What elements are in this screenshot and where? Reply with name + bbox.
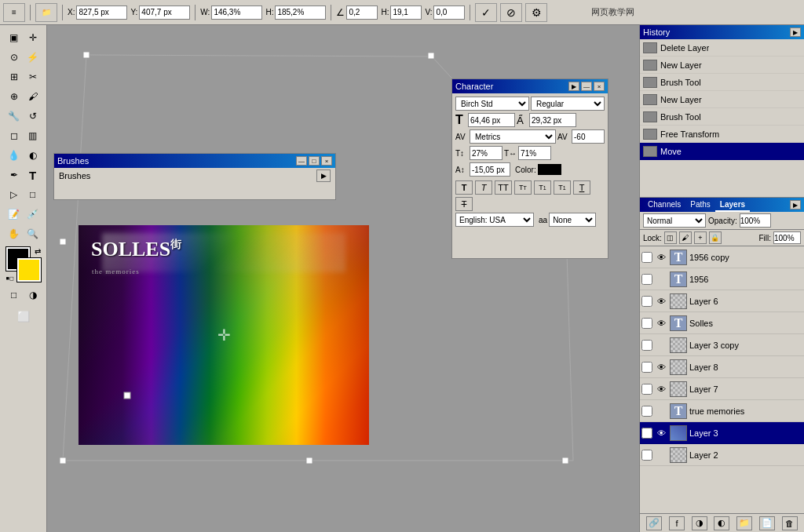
dodge-tool[interactable]: ◐ — [24, 146, 42, 165]
brushes-minimize-btn[interactable]: — — [296, 156, 307, 166]
character-minimize-btn[interactable]: — — [581, 82, 592, 91]
layers-options-btn[interactable]: ▶ — [790, 200, 801, 210]
eyedropper-tool[interactable]: 💉 — [24, 205, 42, 224]
layer-checkbox[interactable] — [641, 384, 652, 395]
link-layers-btn[interactable]: 🔗 — [646, 516, 662, 530]
layers-tab-channels[interactable]: Channels — [643, 199, 685, 212]
lock-transparent-btn[interactable]: ◫ — [664, 231, 677, 244]
shape-tool[interactable]: □ — [24, 185, 42, 204]
y-input[interactable] — [139, 5, 190, 20]
layer-checkbox[interactable] — [641, 318, 652, 329]
gradient-tool[interactable]: ▥ — [24, 126, 42, 145]
layer-item[interactable]: 👁Layer 8 — [640, 356, 804, 378]
history-item[interactable]: Move — [640, 143, 804, 160]
layer-visibility-icon[interactable]: 👁 — [655, 251, 667, 264]
vert-scale-input[interactable] — [470, 146, 502, 160]
magic-wand-tool[interactable]: ⚡ — [24, 48, 42, 67]
h2-input[interactable] — [390, 5, 422, 20]
path-selection-tool[interactable]: ▷ — [5, 185, 23, 204]
zoom-tool[interactable]: 🔍 — [24, 224, 42, 243]
layer-visibility-icon[interactable] — [655, 405, 667, 417]
anti-alias-select[interactable]: None — [549, 213, 596, 227]
layer-item[interactable]: Ttrue memories — [640, 400, 804, 422]
crop-tool[interactable]: ⊞ — [5, 67, 23, 86]
layers-tab-layers[interactable]: Layers — [715, 199, 750, 212]
strikethrough-style-btn[interactable]: T — [455, 197, 473, 211]
layer-item[interactable]: 👁Layer 6 — [640, 290, 804, 312]
brushes-close-btn[interactable]: × — [321, 156, 332, 166]
warp-btn[interactable]: ⚙ — [525, 3, 547, 22]
v-input[interactable] — [433, 5, 465, 20]
history-options-btn[interactable]: ▶ — [790, 27, 801, 37]
blend-mode-select[interactable]: Normal — [643, 213, 706, 228]
font-style-select[interactable]: Regular — [531, 97, 605, 111]
font-family-select[interactable]: Birch Std — [455, 97, 529, 111]
h-input[interactable] — [275, 5, 326, 20]
kerning-select[interactable]: Metrics — [470, 129, 556, 144]
layer-checkbox[interactable] — [641, 406, 652, 417]
rectangular-marquee-tool[interactable]: ▣ — [5, 28, 23, 47]
opacity-input[interactable] — [740, 213, 771, 228]
layer-checkbox[interactable] — [641, 296, 652, 307]
tracking-input[interactable] — [572, 129, 605, 144]
pen-tool[interactable]: ✒ — [5, 166, 23, 184]
hand-tool[interactable]: ✋ — [5, 224, 23, 243]
underline-style-btn[interactable]: T — [573, 180, 590, 195]
layer-item[interactable]: 👁T1956 copy — [640, 246, 804, 268]
layer-checkbox[interactable] — [641, 428, 652, 439]
superscript-style-btn[interactable]: T1 — [534, 180, 551, 195]
leading-input[interactable] — [529, 113, 576, 127]
lock-all-btn[interactable]: 🔒 — [709, 231, 722, 244]
layer-checkbox[interactable] — [641, 274, 652, 285]
history-item[interactable]: New Layer — [640, 56, 804, 74]
clone-stamp-tool[interactable]: 🔧 — [5, 107, 23, 126]
layer-visibility-icon[interactable]: 👁 — [655, 295, 667, 308]
baseline-input[interactable] — [470, 162, 510, 177]
swap-colors-icon[interactable]: ⇄ — [35, 247, 41, 256]
history-brush-tool[interactable]: ↺ — [24, 107, 42, 126]
screen-mode-btn[interactable]: ⬜ — [6, 307, 41, 326]
move-tool[interactable]: ✛ — [24, 28, 42, 47]
w-input[interactable] — [211, 5, 262, 20]
smallcaps-style-btn[interactable]: TT — [514, 180, 532, 195]
layer-item[interactable]: 👁TSolles — [640, 312, 804, 334]
background-color[interactable] — [17, 258, 41, 282]
toolbar-menu-btn[interactable]: ≡ — [3, 3, 25, 22]
layer-visibility-icon[interactable] — [655, 273, 667, 286]
quick-mask-btn[interactable]: ◑ — [24, 286, 42, 304]
layer-item[interactable]: Layer 3 copy — [640, 334, 804, 356]
layer-visibility-icon[interactable] — [655, 339, 667, 352]
new-group-btn[interactable]: 📁 — [736, 516, 752, 530]
x-input[interactable] — [76, 5, 127, 20]
notes-tool[interactable]: 📝 — [5, 205, 23, 224]
lock-image-btn[interactable]: 🖌 — [679, 231, 692, 244]
layers-tab-paths[interactable]: Paths — [685, 199, 715, 212]
layer-styles-btn[interactable]: f — [669, 516, 685, 530]
brushes-maximize-btn[interactable]: □ — [309, 156, 320, 166]
layer-visibility-icon[interactable]: 👁 — [655, 361, 667, 373]
character-close-btn[interactable]: × — [594, 82, 605, 91]
type-tool[interactable]: T — [24, 166, 42, 184]
standard-mode-btn[interactable]: □ — [5, 286, 23, 304]
history-item[interactable]: Brush Tool — [640, 74, 804, 91]
add-mask-btn[interactable]: ◑ — [692, 516, 707, 530]
horiz-scale-input[interactable] — [518, 146, 551, 160]
subscript-style-btn[interactable]: T1 — [554, 180, 571, 195]
delete-layer-btn[interactable]: 🗑 — [782, 516, 798, 530]
layer-checkbox[interactable] — [641, 450, 652, 461]
confirm-transform-btn[interactable]: ✓ — [475, 3, 497, 22]
layer-visibility-icon[interactable]: 👁 — [655, 427, 667, 439]
character-options-btn[interactable]: ▶ — [568, 82, 579, 91]
lasso-tool[interactable]: ⊙ — [5, 48, 23, 67]
layer-item[interactable]: T1956 — [640, 268, 804, 290]
layer-item[interactable]: 👁Layer 7 — [640, 378, 804, 400]
healing-brush-tool[interactable]: ⊕ — [5, 87, 23, 106]
history-item[interactable]: Free Transform — [640, 126, 804, 143]
angle-input[interactable] — [346, 5, 378, 20]
layer-checkbox[interactable] — [641, 362, 652, 373]
blur-tool[interactable]: 💧 — [5, 146, 23, 165]
eraser-tool[interactable]: ◻ — [5, 126, 23, 145]
history-item[interactable]: Brush Tool — [640, 108, 804, 126]
history-item[interactable]: Delete Layer — [640, 39, 804, 56]
cancel-transform-btn[interactable]: ⊘ — [500, 3, 522, 22]
